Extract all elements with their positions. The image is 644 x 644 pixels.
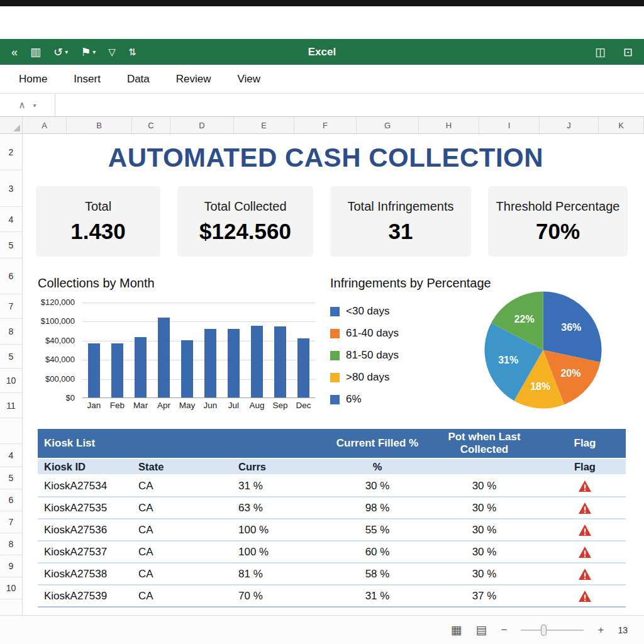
legend-swatch — [330, 373, 340, 382]
tab-home[interactable]: Home — [19, 73, 47, 86]
back-icon[interactable]: « — [11, 47, 18, 58]
row-header-2[interactable]: 2 — [0, 134, 22, 170]
kpi-card[interactable]: Total Collected$124.560 — [177, 186, 313, 257]
kpi-label: Total Collected — [204, 199, 286, 214]
formula-input[interactable] — [55, 94, 644, 116]
table-row[interactable]: KioskA27536CA100 %55 %30 % — [38, 519, 626, 541]
undo-icon[interactable]: ↺ — [53, 47, 63, 58]
name-box-icon: ∧ — [18, 99, 25, 111]
select-all-corner[interactable] — [0, 117, 23, 133]
legend-swatch — [330, 351, 340, 360]
column-header-H[interactable]: H — [419, 117, 479, 133]
split-view-icon[interactable]: ◫ — [595, 47, 606, 58]
pie-slice-label: 22% — [514, 314, 535, 325]
subheader-pct: % — [330, 461, 425, 473]
bar-Feb — [111, 343, 123, 397]
zoom-slider-handle[interactable] — [541, 625, 547, 636]
kpi-value: $124.560 — [199, 219, 291, 244]
y-axis-label: $40,000 — [45, 336, 75, 345]
name-box-dropdown-icon[interactable]: ▾ — [33, 102, 36, 109]
bar-Jun — [204, 329, 216, 397]
pie-legend: <30 days61-40 days81-50 days>80 days6% — [330, 305, 399, 406]
row-header-7[interactable]: 7 — [0, 511, 22, 533]
table-body: KioskA27534CA31 %30 %30 %KioskA27535CA63… — [38, 475, 626, 608]
bar-chart — [82, 303, 315, 398]
row-header-9[interactable]: 9 — [0, 555, 22, 577]
kpi-card[interactable]: Threshold Percentage70% — [488, 186, 628, 257]
row-header-4[interactable]: 4 — [0, 207, 22, 232]
name-box[interactable]: ∧ ▾ — [0, 94, 55, 116]
row-header-blank[interactable] — [0, 418, 22, 444]
legend-item: 61-40 days — [330, 327, 399, 340]
filter-icon[interactable]: ▽ — [108, 47, 116, 57]
filled-pct-cell: 31 % — [330, 590, 425, 602]
kpi-label: Threshold Percentage — [496, 199, 620, 214]
tab-review[interactable]: Review — [176, 73, 211, 86]
column-header-J[interactable]: J — [540, 117, 599, 133]
table-row[interactable]: KioskA27538CA81 %58 %30 % — [38, 564, 626, 586]
excel-app: « ▥ ↺ ▾ ⚑ ▾ ▽ ⇅ Excel ◫ ⊡ HomeInsertData… — [0, 0, 644, 644]
share-icon[interactable]: ⊡ — [623, 47, 633, 58]
row-header-5[interactable]: 5 — [0, 232, 22, 258]
column-header-E[interactable]: E — [234, 117, 294, 133]
row-header-6[interactable]: 6 — [0, 258, 22, 294]
column-header-G[interactable]: G — [357, 117, 419, 133]
flag-dropdown-icon[interactable]: ▾ — [92, 48, 96, 55]
page-layout-icon[interactable]: ▤ — [476, 623, 487, 637]
column-header-B[interactable]: B — [67, 117, 132, 133]
table-row[interactable]: KioskA27534CA31 %30 %30 % — [38, 475, 626, 497]
state-cell: CA — [138, 502, 236, 514]
flag-icon[interactable]: ⚑ — [80, 47, 91, 58]
warning-flag-icon — [578, 524, 592, 536]
row-header-8[interactable]: 8 — [0, 319, 22, 345]
zoom-in-icon[interactable]: + — [597, 624, 604, 636]
bar-Apr — [158, 318, 170, 397]
tab-view[interactable]: View — [238, 73, 261, 86]
legend-label: >80 days — [346, 371, 389, 384]
row-header-10[interactable]: 10 — [0, 577, 22, 599]
row-header-4[interactable]: 4 — [0, 444, 22, 467]
subheader-flag: Flag — [544, 461, 626, 473]
normal-view-icon[interactable]: ▦ — [451, 623, 462, 637]
column-header-C[interactable]: C — [132, 117, 170, 133]
row-header-8[interactable]: 8 — [0, 533, 22, 555]
row-header-6[interactable]: 6 — [0, 489, 22, 511]
x-axis-label: Jan — [82, 401, 106, 410]
row-header-11[interactable]: 11 — [0, 393, 22, 418]
subheader-currs: Currs — [236, 461, 330, 473]
pot-cell: 30 % — [425, 546, 544, 558]
top-edge — [0, 0, 644, 6]
zoom-slider[interactable] — [521, 624, 584, 636]
table-row[interactable]: KioskA27535CA63 %98 %30 % — [38, 497, 626, 519]
kpi-card[interactable]: Total1.430 — [36, 186, 160, 257]
column-header-A[interactable]: A — [23, 117, 67, 133]
row-header-7[interactable]: 7 — [0, 294, 22, 319]
row-header-3[interactable]: 3 — [0, 170, 22, 207]
state-cell: CA — [138, 568, 236, 580]
state-cell: CA — [138, 524, 236, 536]
column-header-F[interactable]: F — [294, 117, 357, 133]
kpi-cards: Total1.430Total Collected$124.560Total I… — [36, 186, 628, 257]
pie-slice-label: 18% — [530, 381, 550, 392]
flag-group: ⚑ ▾ — [80, 47, 96, 58]
tab-data[interactable]: Data — [127, 73, 150, 86]
row-header-5[interactable]: 5 — [0, 467, 22, 489]
column-header-K[interactable]: K — [599, 117, 644, 133]
flag-cell — [544, 524, 626, 536]
pot-cell: 30 % — [425, 568, 544, 580]
row-header-5[interactable]: 5 — [0, 345, 22, 369]
table-row[interactable]: KioskA27537CA100 %60 %30 % — [38, 541, 626, 564]
sort-icon[interactable]: ⇅ — [128, 47, 136, 57]
undo-dropdown-icon[interactable]: ▾ — [65, 48, 68, 55]
flag-cell — [544, 568, 626, 580]
column-header-D[interactable]: D — [170, 117, 234, 133]
tab-insert[interactable]: Insert — [74, 73, 101, 86]
column-header-I[interactable]: I — [479, 117, 540, 133]
flag-cell — [544, 590, 626, 602]
zoom-out-icon[interactable]: − — [501, 624, 508, 636]
currs-cell: 81 % — [236, 568, 330, 580]
table-row[interactable]: KioskA27539CA70 %31 %37 % — [38, 586, 626, 608]
row-header-10[interactable]: 10 — [0, 369, 22, 393]
kpi-card[interactable]: Total Infringements31 — [330, 186, 471, 257]
save-icon[interactable]: ▥ — [30, 47, 41, 58]
